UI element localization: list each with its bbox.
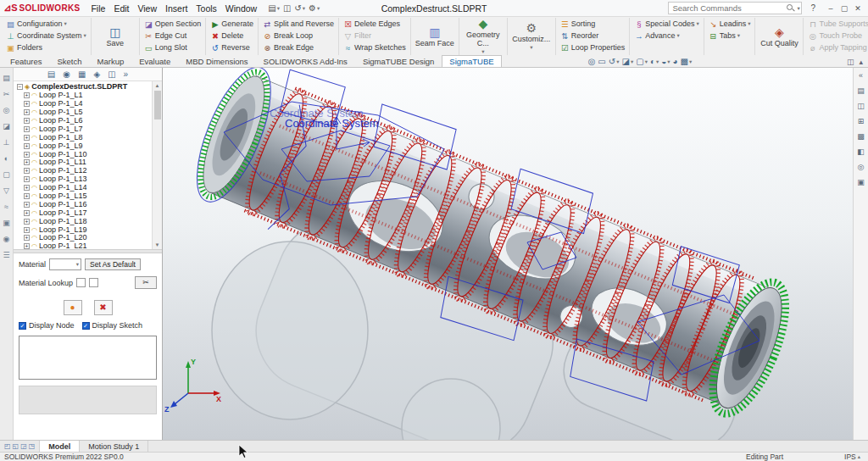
menu-insert[interactable]: Insert — [161, 3, 192, 14]
qat-open-document-button[interactable]: ▤▾ — [268, 3, 280, 13]
zoom-tool-icon[interactable]: ◎ — [3, 107, 10, 114]
pane-split-3-icon[interactable]: ◲ — [20, 442, 27, 450]
qat-options-button[interactable]: ⚙▾ — [309, 3, 320, 13]
resources-icon[interactable]: ▣ — [857, 179, 865, 186]
coordinate-tool-icon[interactable]: ⊥ — [3, 139, 10, 147]
ribbon-button-advance[interactable]: →Advance▾ — [632, 30, 700, 42]
apply-button[interactable]: ● — [64, 300, 82, 315]
expand-icon[interactable]: + — [24, 202, 30, 208]
menu-file[interactable]: File — [86, 3, 109, 14]
expand-icon[interactable]: + — [24, 210, 30, 216]
menu-edit[interactable]: Edit — [109, 3, 133, 14]
ribbon-button-sorting[interactable]: ☰Sorting — [559, 18, 627, 30]
ribbon-button-save[interactable]: ◫Save — [94, 25, 136, 48]
folder-tool-icon[interactable]: ▣ — [3, 219, 10, 227]
tab-mbd-dimensions[interactable]: MBD Dimensions — [178, 55, 255, 67]
expand-icon[interactable]: + — [24, 227, 30, 233]
custom-properties-icon[interactable]: ◧ — [857, 148, 865, 156]
view-orientation-button[interactable]: ▢▾ — [636, 57, 648, 66]
expand-icon[interactable]: + — [24, 92, 30, 98]
tab-features[interactable]: Features — [3, 55, 50, 67]
unit-system-selector[interactable]: IPS ▴ — [844, 453, 860, 461]
display-sketch-checkbox[interactable]: ✓ — [82, 322, 90, 330]
menu-view[interactable]: View — [133, 3, 161, 14]
design-library-icon[interactable]: ▤ — [857, 87, 865, 95]
expand-icon[interactable]: + — [24, 185, 30, 191]
tab-sigmatube[interactable]: SigmaTUBE — [442, 55, 501, 67]
collapse-ribbon-icon[interactable]: ▴ — [859, 58, 863, 66]
qat-save-quick-button[interactable]: ◫ — [283, 3, 291, 13]
ribbon-button-long-slot[interactable]: ▭Long Slot — [142, 42, 203, 53]
tab-evaluate[interactable]: Evaluate — [131, 55, 178, 67]
ribbon-button-configuration[interactable]: ▤Configuration▾ — [4, 18, 88, 30]
expand-icon[interactable]: + — [24, 159, 30, 165]
ribbon-button-folders[interactable]: ▣Folders — [4, 42, 88, 53]
tree-item-loop-p-1-l15[interactable]: +◠Loop P-1_L15 — [17, 192, 150, 201]
pane-split-2-icon[interactable]: ◱ — [13, 442, 19, 450]
tree-item-loop-p-1-l16[interactable]: +◠Loop P-1_L16 — [17, 200, 150, 208]
previous-view-button[interactable]: ↺▾ — [609, 57, 620, 66]
expand-icon[interactable]: + — [24, 243, 30, 249]
search-icon[interactable] — [787, 4, 794, 12]
task-pane-icon[interactable]: ◫ — [847, 58, 854, 66]
help-button[interactable]: ? — [807, 3, 819, 14]
search-dropdown-caret-icon[interactable]: ▾ — [797, 5, 799, 12]
ribbon-button-delete-edges[interactable]: ☒Delete Edges — [342, 18, 408, 30]
view-palette-icon[interactable]: ⊞ — [858, 118, 865, 125]
configuration-manager-icon[interactable]: ▦ — [78, 69, 86, 79]
maximize-button[interactable]: ▢ — [837, 4, 851, 13]
solidworks-forum-icon[interactable]: ◎ — [858, 164, 865, 171]
ribbon-button-break-loop[interactable]: ⊘Break Loop — [261, 30, 336, 42]
ribbon-button-split-and-reverse[interactable]: ⇄Split and Reverse — [261, 18, 336, 30]
pane-split-1-icon[interactable]: ◰ — [4, 442, 11, 450]
zoom-area-button[interactable]: ▭ — [598, 57, 605, 66]
tree-scrollbar[interactable]: ▲ ▼ — [152, 81, 162, 249]
tab-solidworks-add-ins[interactable]: SOLIDWORKS Add-Ins — [256, 55, 355, 67]
hide-show-items-button[interactable]: ◒▾ — [661, 57, 670, 66]
list-tool-icon[interactable]: ☰ — [3, 252, 9, 259]
view-tool-icon[interactable]: ▢ — [3, 171, 10, 179]
ribbon-button-open-section[interactable]: ◪Open Section — [142, 18, 203, 30]
expand-icon[interactable]: + — [24, 193, 30, 199]
tree-item-loop-p-1-l7[interactable]: +◠Loop P-1_L7 — [17, 125, 150, 133]
dimxpert-manager-icon[interactable]: ◈ — [93, 69, 100, 79]
tree-item-loop-p-1-l9[interactable]: +◠Loop P-1_L9 — [17, 142, 150, 150]
expand-icon[interactable]: + — [24, 135, 30, 141]
expand-icon[interactable]: + — [24, 118, 30, 124]
set-as-default-button[interactable]: Set As Default — [85, 258, 141, 270]
tree-item-loop-p-1-l5[interactable]: +◠Loop P-1_L5 — [17, 108, 150, 117]
loop-listbox[interactable] — [19, 336, 157, 380]
tab-motion-study-1[interactable]: Motion Study 1 — [80, 441, 148, 452]
search-input[interactable] — [672, 3, 784, 13]
ribbon-button-tabs[interactable]: ⊟Tabs▾ — [707, 30, 753, 42]
expand-icon[interactable]: + — [24, 126, 30, 132]
expand-icon[interactable]: + — [24, 152, 30, 158]
graphics-viewport[interactable]: Coordinate System Coordinate System Y X … — [163, 68, 853, 440]
tree-root[interactable]: −◈ComplexDestruct.SLDPRT — [17, 83, 150, 92]
ribbon-button-edge-cut[interactable]: ✂Edge Cut — [142, 30, 203, 42]
expand-icon[interactable]: + — [24, 168, 30, 174]
ribbon-button-cut-quality[interactable]: ◈Cut Quality — [758, 25, 800, 48]
ribbon-button-reorder[interactable]: ⇅Reorder — [559, 30, 627, 42]
tab-sigmatube-design[interactable]: SigmaTUBE Design — [355, 55, 442, 67]
section-view-button[interactable]: ◪▾ — [621, 57, 633, 66]
wave-tool-icon[interactable]: ≈ — [4, 203, 8, 211]
display-style-button[interactable]: ◐▾ — [650, 57, 659, 66]
tab-sketch[interactable]: Sketch — [50, 55, 90, 67]
edit-appearance-button[interactable]: ◕ — [673, 57, 678, 66]
ribbon-button-seam-face[interactable]: ▥Seam Face — [414, 25, 456, 48]
tab-model[interactable]: Model — [40, 441, 80, 452]
apply-scene-button[interactable]: ▩▾ — [681, 57, 693, 66]
cancel-button[interactable]: ✖ — [94, 300, 113, 315]
ribbon-button-customiz[interactable]: ⚙Customiz...▾ — [510, 21, 553, 53]
expand-icon[interactable]: + — [24, 219, 30, 225]
scrollbar-thumb[interactable] — [154, 91, 161, 119]
appearances-scenes-icon[interactable]: ▩ — [857, 133, 865, 141]
close-button[interactable]: ✕ — [851, 4, 865, 13]
filter-tool-icon[interactable]: ▽ — [3, 187, 9, 195]
ribbon-button-leadins[interactable]: ↘Leadins▾ — [707, 18, 753, 30]
ribbon-button-coordinate-system[interactable]: ⊥Coordinate System▾ — [4, 30, 88, 42]
scroll-up-icon[interactable]: ▲ — [155, 81, 160, 90]
ribbon-button-loop-properties[interactable]: ☑Loop Properties — [559, 42, 627, 53]
material-lookup-box-1[interactable] — [76, 278, 86, 287]
